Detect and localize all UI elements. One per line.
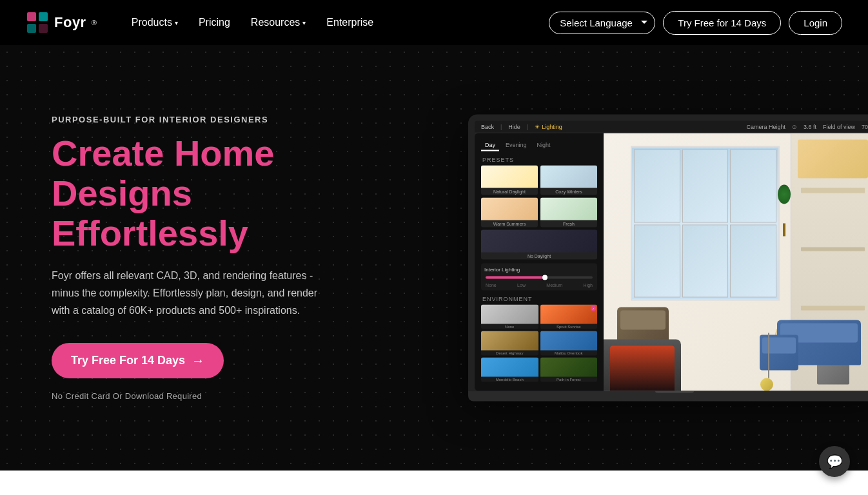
nav-pricing[interactable]: Pricing	[190, 12, 239, 34]
env-selected-indicator: ✓	[591, 306, 596, 311]
list-item[interactable]: Warm Summers	[481, 198, 538, 228]
interior-lighting-label: Interior Lighting	[484, 267, 594, 273]
time-tabs: Day Evening Night	[481, 140, 597, 151]
brand-trademark: ®	[92, 19, 97, 26]
list-item[interactable]: Malibu Overlook	[540, 331, 598, 356]
slider-track	[486, 277, 593, 279]
list-item[interactable]: Cozy Winters	[540, 166, 597, 195]
room-plant	[778, 185, 791, 237]
tab-night[interactable]: Night	[533, 140, 555, 151]
list-item[interactable]: Mondello Beach	[481, 358, 538, 382]
env-thumb-forest	[540, 358, 598, 377]
toolbar-camera-label: Camera Height	[746, 124, 785, 130]
foyr-logo-icon	[26, 11, 49, 34]
hero-visual: Back | Hide | ☀ Lighting Camera Height ⊙…	[468, 115, 868, 402]
window-pane	[682, 150, 729, 223]
plant-trunk	[783, 224, 785, 237]
window-pane	[634, 224, 680, 298]
toolbar-hide[interactable]: Hide	[508, 124, 520, 130]
env-label-none: None	[481, 324, 538, 329]
laptop-outer: Back | Hide | ☀ Lighting Camera Height ⊙…	[468, 115, 868, 391]
label-none: None	[486, 283, 497, 287]
laptop-screen: Day Evening Night Presets Natural Daylig…	[475, 133, 868, 391]
render-scene	[604, 133, 868, 391]
hero-description: Foyr offers all relevant CAD, 3D, and re…	[52, 267, 322, 320]
label-high: High	[584, 283, 593, 287]
products-chevron-icon: ▾	[175, 19, 178, 26]
app-sidebar: Day Evening Night Presets Natural Daylig…	[475, 133, 604, 391]
hero-title: Create Home Designs Effortlessly	[52, 133, 322, 253]
hero-section: PURPOSE-BUILT FOR INTERIOR DESIGNERS Cre…	[0, 45, 868, 471]
list-item[interactable]: None	[481, 305, 538, 329]
preset-thumb-fresh	[540, 198, 597, 220]
list-item[interactable]: Desert Highway	[481, 331, 538, 356]
toolbar-lighting[interactable]: ☀ Lighting	[535, 124, 562, 130]
env-label-desert: Desert Highway	[481, 351, 538, 356]
nav-products[interactable]: Products ▾	[123, 12, 187, 34]
list-item[interactable]: No Daylight	[481, 230, 597, 260]
logo-link[interactable]: Foyr ®	[26, 11, 97, 34]
hero-eyebrow: PURPOSE-BUILT FOR INTERIOR DESIGNERS	[52, 115, 322, 124]
presets-label: Presets	[482, 157, 597, 163]
preset-grid: Natural Daylight Cozy Winters Warm Summe…	[481, 166, 597, 260]
toolbar-separator2: |	[527, 124, 528, 130]
preset-label-fresh: Fresh	[540, 220, 597, 228]
slider-thumb[interactable]	[542, 275, 547, 280]
label-low: Low	[517, 283, 526, 287]
list-item[interactable]: ✓ Spruit Sunrise	[540, 305, 598, 329]
lighting-slider[interactable]	[484, 277, 594, 279]
preset-label-cozy: Cozy Winters	[540, 188, 597, 195]
interior-lighting-panel: Interior Lighting None Low Medium High	[481, 264, 597, 291]
label-medium: Medium	[546, 283, 562, 287]
svg-rect-3	[39, 24, 48, 33]
tab-evening[interactable]: Evening	[502, 140, 531, 151]
bottom-section: Complete your interior design	[0, 471, 868, 495]
window-pane	[730, 224, 776, 298]
room-window	[631, 146, 780, 301]
env-label-malibu: Malibu Overlook	[540, 351, 598, 356]
nav-right: Select Language English Spanish French G…	[549, 11, 842, 35]
navbar: Foyr ® Products ▾ Pricing Resources ▾ En…	[0, 0, 868, 45]
environment-grid: None ✓ Spruit Sunrise Desert Highway	[481, 305, 597, 382]
cta-arrow-icon: →	[192, 353, 204, 368]
laptop-base	[468, 391, 868, 402]
language-select[interactable]: Select Language English Spanish French G…	[549, 12, 655, 34]
room-fireplace	[604, 340, 681, 391]
nav-links: Products ▾ Pricing Resources ▾ Enterpris…	[123, 12, 549, 34]
list-item[interactable]: Natural Daylight	[481, 166, 538, 195]
login-button[interactable]: Login	[789, 11, 842, 35]
environment-label: Environment	[482, 296, 597, 302]
preset-thumb-cozy	[540, 166, 597, 188]
toolbar-camera-value: 3.6 ft	[804, 124, 816, 130]
chat-bubble-button[interactable]: 💬	[819, 446, 850, 477]
window-pane	[682, 224, 729, 298]
preset-thumb-daylight	[481, 166, 538, 188]
no-credit-card-text: No Credit Card Or Download Required	[52, 391, 322, 401]
slider-fill	[486, 277, 544, 279]
nav-resources[interactable]: Resources ▾	[242, 12, 315, 34]
list-item[interactable]: Path in Forest	[540, 358, 598, 382]
bookshelf-painting	[798, 140, 868, 179]
brand-name: Foyr	[54, 14, 86, 31]
toolbar-separator: |	[500, 124, 502, 130]
window-pane	[730, 150, 776, 223]
list-item[interactable]: Fresh	[540, 198, 597, 228]
slider-labels: None Low Medium High	[484, 283, 594, 287]
preset-thumb-warm	[481, 198, 538, 220]
preset-label-daylight: Natural Daylight	[481, 188, 538, 195]
env-thumb-sunset	[540, 305, 598, 324]
tab-day[interactable]: Day	[481, 140, 499, 151]
toolbar-back[interactable]: Back	[481, 124, 494, 130]
chat-icon: 💬	[827, 454, 843, 469]
svg-rect-1	[39, 12, 48, 21]
preset-label-noday: No Daylight	[481, 253, 597, 260]
env-thumb-none	[481, 305, 538, 324]
nav-enterprise[interactable]: Enterprise	[317, 12, 382, 34]
room-floor-lamp	[766, 333, 771, 391]
env-label-sunset: Spruit Sunrise	[540, 324, 598, 329]
hero-cta-button[interactable]: Try Free For 14 Days →	[52, 343, 224, 378]
app-render-area	[604, 133, 868, 391]
try-free-button[interactable]: Try Free for 14 Days	[663, 11, 781, 35]
plant-leaves	[778, 185, 791, 204]
env-label-forest: Path in Forest	[540, 377, 598, 382]
